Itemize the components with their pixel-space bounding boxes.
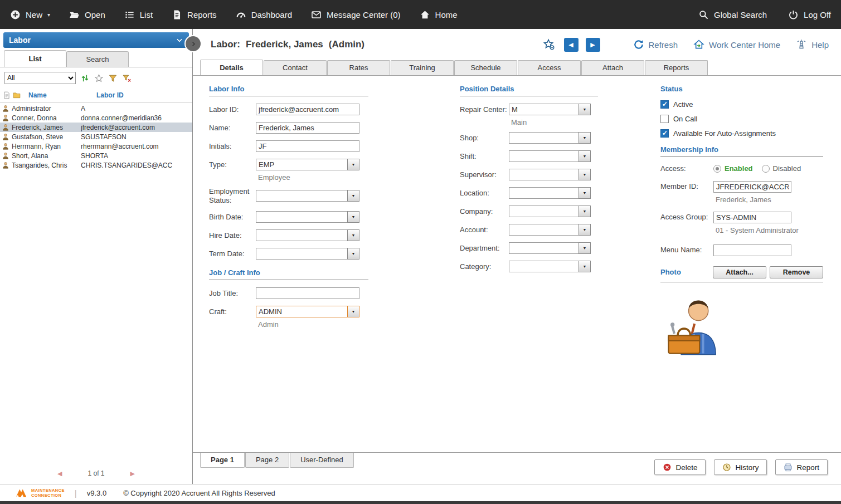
next-record-button[interactable]: ▶ xyxy=(586,38,600,52)
hire-date-input[interactable] xyxy=(256,229,347,241)
favorite-gear-icon[interactable] xyxy=(543,38,555,51)
tab-attach[interactable]: Attach xyxy=(581,60,644,75)
craft-dropdown-button[interactable]: ▼ xyxy=(347,306,359,317)
initials-input[interactable] xyxy=(256,140,359,152)
labor-id-input[interactable] xyxy=(256,104,359,115)
location-combo[interactable]: ▼ xyxy=(509,187,591,199)
history-button[interactable]: History xyxy=(714,459,767,475)
work-center-home-button[interactable]: Work Center Home xyxy=(693,39,780,50)
hire-date-dropdown-button[interactable]: ▼ xyxy=(347,229,359,241)
list-item[interactable]: Gustafson, Steve SGUSTAFSON xyxy=(0,132,192,141)
tab-reports[interactable]: Reports xyxy=(645,60,708,75)
folder-icon[interactable] xyxy=(13,91,21,99)
tab-schedule[interactable]: Schedule xyxy=(454,60,517,75)
member-id-input[interactable] xyxy=(713,181,791,193)
tab-contact[interactable]: Contact xyxy=(264,60,327,75)
active-checkbox[interactable] xyxy=(660,100,669,109)
tab-access[interactable]: Access xyxy=(518,60,581,75)
birth-date-dropdown-button[interactable]: ▼ xyxy=(347,211,359,223)
category-dropdown-button[interactable]: ▼ xyxy=(579,261,591,272)
list-item[interactable]: Administrator A xyxy=(0,104,192,113)
access-enabled-radio[interactable] xyxy=(713,165,721,173)
photo-remove-button[interactable]: Remove xyxy=(770,266,823,278)
auto-assignments-checkbox[interactable] xyxy=(660,129,669,138)
tab-training[interactable]: Training xyxy=(391,60,454,75)
nav-log-off[interactable]: Log Off xyxy=(788,9,831,20)
employment-status-dropdown-button[interactable]: ▼ xyxy=(347,190,359,202)
company-combo[interactable]: ▼ xyxy=(509,205,591,217)
list-filter-select[interactable]: All xyxy=(4,72,76,84)
category-input[interactable] xyxy=(509,261,579,272)
shop-combo[interactable]: ▼ xyxy=(509,132,591,144)
previous-record-button[interactable]: ◀ xyxy=(564,38,579,52)
shop-dropdown-button[interactable]: ▼ xyxy=(579,132,591,144)
birth-date-input[interactable] xyxy=(256,211,347,223)
record-doc-icon[interactable] xyxy=(3,91,11,99)
list-item[interactable]: Herrmann, Ryan rherrmann@accruent.com xyxy=(0,141,192,151)
type-dropdown-button[interactable]: ▼ xyxy=(347,159,359,170)
account-dropdown-button[interactable]: ▼ xyxy=(579,224,591,236)
shift-input[interactable] xyxy=(509,150,579,162)
location-dropdown-button[interactable]: ▼ xyxy=(579,187,591,199)
employment-status-combo[interactable]: ▼ xyxy=(256,190,359,202)
list-item[interactable]: Tsangarides, Chris CHRIS.TSANGARIDES@ACC xyxy=(0,160,192,170)
favorites-star-icon[interactable] xyxy=(94,74,104,83)
supervisor-dropdown-button[interactable]: ▼ xyxy=(579,169,591,180)
department-input[interactable] xyxy=(509,242,579,254)
refresh-list-icon[interactable] xyxy=(80,74,90,83)
list-item[interactable]: Conner, Donna donna.conner@meridian36 xyxy=(0,113,192,123)
tab-details[interactable]: Details xyxy=(200,60,263,75)
employment-status-input[interactable] xyxy=(256,190,347,202)
access-group-input[interactable] xyxy=(713,212,791,223)
repair-center-dropdown-button[interactable]: ▼ xyxy=(579,104,591,115)
hire-date-combo[interactable]: ▼ xyxy=(256,229,359,241)
nav-dashboard[interactable]: Dashboard xyxy=(236,9,292,20)
location-input[interactable] xyxy=(509,187,579,199)
craft-input[interactable] xyxy=(256,306,347,317)
shop-input[interactable] xyxy=(509,132,579,144)
repair-center-input[interactable] xyxy=(509,104,579,115)
department-dropdown-button[interactable]: ▼ xyxy=(579,242,591,254)
tab-page-1[interactable]: Page 1 xyxy=(200,453,245,468)
active-checkbox-row[interactable]: Active xyxy=(660,100,823,109)
sidebar-collapse-toggle[interactable] xyxy=(186,36,201,51)
tab-page-2[interactable]: Page 2 xyxy=(245,453,289,468)
auto-assignments-checkbox-row[interactable]: Available For Auto-Assignments xyxy=(660,129,823,138)
photo-attach-button[interactable]: Attach... xyxy=(713,266,766,278)
tab-user-defined[interactable]: User-Defined xyxy=(290,453,354,468)
name-input[interactable] xyxy=(256,122,359,134)
nav-global-search[interactable]: Global Search xyxy=(698,9,767,20)
nav-home[interactable]: Home xyxy=(420,9,458,20)
type-input[interactable] xyxy=(256,159,347,170)
refresh-button[interactable]: Refresh xyxy=(633,39,678,50)
term-date-dropdown-button[interactable]: ▼ xyxy=(347,248,359,260)
module-selector[interactable]: Labor xyxy=(3,32,189,48)
account-input[interactable] xyxy=(509,224,579,236)
list-item[interactable]: Short, Alana SHORTA xyxy=(0,151,192,160)
on-call-checkbox-row[interactable]: On Call xyxy=(660,115,823,123)
nav-new[interactable]: New ▾ xyxy=(10,9,50,20)
account-combo[interactable]: ▼ xyxy=(509,224,591,236)
repair-center-combo[interactable]: ▼ xyxy=(509,104,591,115)
list-item-selected[interactable]: Frederick, James jfrederick@accruent.com xyxy=(0,123,192,132)
column-header-name[interactable]: Name xyxy=(28,91,96,99)
nav-open[interactable]: Open xyxy=(69,9,105,20)
supervisor-input[interactable] xyxy=(509,169,579,180)
shift-dropdown-button[interactable]: ▼ xyxy=(579,150,591,162)
department-combo[interactable]: ▼ xyxy=(509,242,591,254)
prev-page-arrow[interactable]: ◀ xyxy=(57,470,62,477)
shift-combo[interactable]: ▼ xyxy=(509,150,591,162)
nav-list[interactable]: List xyxy=(124,9,153,20)
term-date-input[interactable] xyxy=(256,248,347,260)
apply-filter-icon[interactable] xyxy=(108,74,118,83)
menu-name-input[interactable] xyxy=(713,244,791,256)
clear-filter-icon[interactable] xyxy=(122,74,132,83)
report-button[interactable]: Report xyxy=(775,459,828,475)
craft-combo[interactable]: ▼ xyxy=(256,306,359,317)
next-page-arrow[interactable]: ▶ xyxy=(130,470,135,477)
company-dropdown-button[interactable]: ▼ xyxy=(579,205,591,217)
help-button[interactable]: Help xyxy=(796,39,829,50)
company-input[interactable] xyxy=(509,205,579,217)
term-date-combo[interactable]: ▼ xyxy=(256,248,359,260)
birth-date-combo[interactable]: ▼ xyxy=(256,211,359,223)
